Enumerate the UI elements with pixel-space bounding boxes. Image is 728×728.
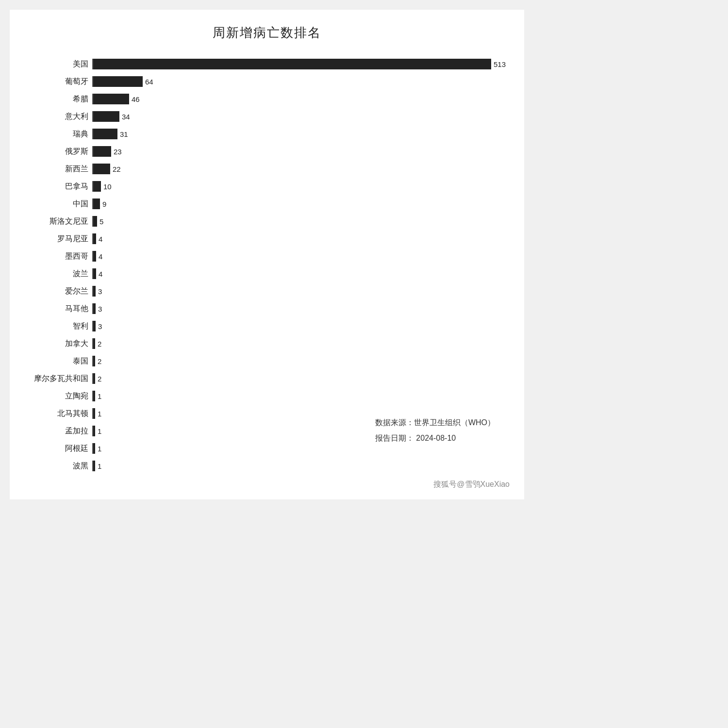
watermark: 搜狐号@雪鸮XueXiao xyxy=(433,480,510,490)
bar-value-label: 2 xyxy=(98,357,101,365)
country-label: 北马其顿 xyxy=(29,409,92,419)
bar-value-label: 10 xyxy=(103,182,112,191)
bar-track: 1 xyxy=(93,461,505,471)
bar-track: 64 xyxy=(93,76,505,87)
bar-value-label: 3 xyxy=(98,287,102,296)
bar-track: 1 xyxy=(93,391,505,401)
bar-fill xyxy=(93,216,97,227)
country-label: 波兰 xyxy=(29,269,92,279)
bar-track: 10 xyxy=(93,181,505,192)
bar-track: 4 xyxy=(93,233,505,244)
bar-row: 希腊46 xyxy=(29,91,505,107)
bar-track: 22 xyxy=(93,164,505,174)
bar-track: 3 xyxy=(93,303,505,314)
bar-value-label: 4 xyxy=(99,252,102,261)
bar-track: 31 xyxy=(93,129,505,139)
bar-value-label: 1 xyxy=(98,462,101,470)
bar-track: 513 xyxy=(93,59,506,69)
country-label: 泰国 xyxy=(29,356,92,366)
country-label: 立陶宛 xyxy=(29,391,92,401)
bar-track: 23 xyxy=(93,146,505,157)
source-label2: 报告日期： 2024-08-10 xyxy=(375,430,495,446)
bar-track: 2 xyxy=(93,338,505,349)
bar-row: 美国513 xyxy=(29,56,505,72)
country-label: 巴拿马 xyxy=(29,182,92,192)
bar-value-label: 9 xyxy=(102,200,106,208)
source-label1: 数据来源：世界卫生组织（WHO） xyxy=(375,415,495,430)
country-label: 中国 xyxy=(29,199,92,209)
chart-container: 周新增病亡数排名 美国513葡萄牙64希腊46意大利34瑞典31俄罗斯23新西兰… xyxy=(10,10,524,499)
bar-row: 立陶宛1 xyxy=(29,388,505,404)
bar-track: 4 xyxy=(93,251,505,262)
bar-row: 意大利34 xyxy=(29,108,505,125)
country-label: 智利 xyxy=(29,321,92,331)
country-label: 瑞典 xyxy=(29,129,92,139)
bar-row: 波兰4 xyxy=(29,265,505,282)
bar-value-label: 1 xyxy=(98,445,101,453)
bar-row: 摩尔多瓦共和国2 xyxy=(29,370,505,387)
bar-value-label: 1 xyxy=(98,410,101,418)
bar-value-label: 1 xyxy=(98,427,101,435)
bar-fill xyxy=(93,233,96,244)
bar-fill xyxy=(93,59,491,69)
country-label: 波黑 xyxy=(29,461,92,471)
bar-track: 2 xyxy=(93,373,505,384)
bar-track: 3 xyxy=(93,286,505,297)
country-label: 孟加拉 xyxy=(29,426,92,436)
bar-fill xyxy=(93,321,96,331)
bar-row: 瑞典31 xyxy=(29,126,505,142)
bar-row: 中国9 xyxy=(29,196,505,212)
bar-fill xyxy=(93,111,119,122)
bar-row: 爱尔兰3 xyxy=(29,283,505,299)
country-label: 摩尔多瓦共和国 xyxy=(29,374,92,384)
bar-fill xyxy=(93,181,101,192)
bar-row: 智利3 xyxy=(29,318,505,334)
bar-value-label: 34 xyxy=(122,113,130,121)
country-label: 斯洛文尼亚 xyxy=(29,216,92,227)
source-info: 数据来源：世界卫生组织（WHO） 报告日期： 2024-08-10 xyxy=(375,415,495,446)
bar-value-label: 2 xyxy=(98,375,101,383)
bar-value-label: 5 xyxy=(99,217,103,226)
bar-value-label: 46 xyxy=(132,95,140,103)
country-label: 新西兰 xyxy=(29,164,92,174)
country-label: 罗马尼亚 xyxy=(29,234,92,244)
bar-value-label: 2 xyxy=(98,340,101,348)
country-label: 阿根廷 xyxy=(29,444,92,454)
bar-value-label: 3 xyxy=(98,322,102,331)
bar-value-label: 3 xyxy=(98,305,102,313)
bar-fill xyxy=(93,251,96,262)
bar-row: 葡萄牙64 xyxy=(29,73,505,90)
country-label: 爱尔兰 xyxy=(29,286,92,297)
bar-fill xyxy=(93,426,95,436)
bar-value-label: 4 xyxy=(99,270,102,278)
bar-track: 34 xyxy=(93,111,505,122)
bar-row: 罗马尼亚4 xyxy=(29,231,505,247)
country-label: 希腊 xyxy=(29,94,92,104)
bar-row: 俄罗斯23 xyxy=(29,143,505,160)
bar-fill xyxy=(93,164,110,174)
bar-fill xyxy=(93,94,129,104)
country-label: 马耳他 xyxy=(29,304,92,314)
bar-fill xyxy=(93,338,95,349)
bar-track: 5 xyxy=(93,216,505,227)
bar-fill xyxy=(93,373,95,384)
bar-value-label: 31 xyxy=(120,130,128,138)
bar-track: 46 xyxy=(93,94,505,104)
bar-value-label: 23 xyxy=(114,148,122,156)
bar-value-label: 513 xyxy=(494,60,506,68)
country-label: 墨西哥 xyxy=(29,251,92,262)
chart-title: 周新增病亡数排名 xyxy=(29,24,505,41)
bar-row: 斯洛文尼亚5 xyxy=(29,213,505,230)
bar-fill xyxy=(93,443,95,454)
bar-track: 4 xyxy=(93,268,505,279)
country-label: 俄罗斯 xyxy=(29,147,92,157)
bar-fill xyxy=(93,199,100,209)
bar-row: 巴拿马10 xyxy=(29,178,505,195)
bar-track: 9 xyxy=(93,199,505,209)
country-label: 加拿大 xyxy=(29,339,92,349)
bar-fill xyxy=(93,391,95,401)
bar-row: 马耳他3 xyxy=(29,300,505,317)
bar-row: 墨西哥4 xyxy=(29,248,505,265)
bar-fill xyxy=(93,76,143,87)
bar-fill xyxy=(93,408,95,419)
